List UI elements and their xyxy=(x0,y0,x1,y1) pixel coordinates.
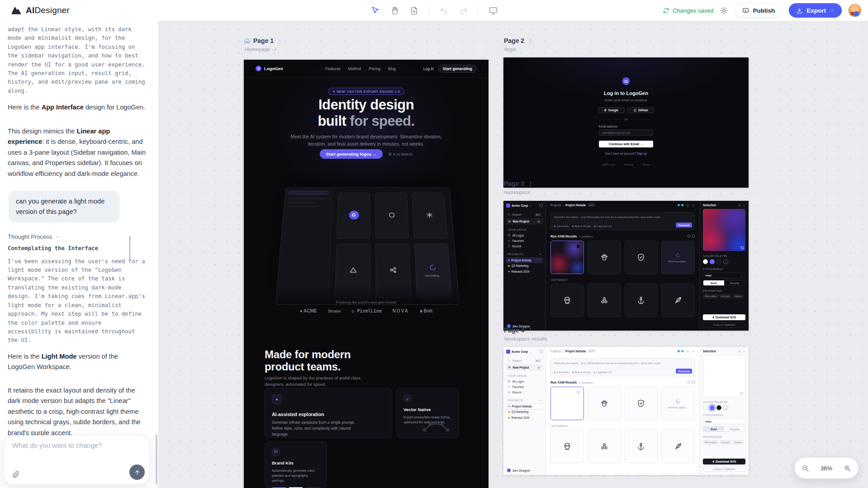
tag-geometric[interactable]: Geometric xyxy=(554,225,569,227)
collapse-sidebar-icon[interactable] xyxy=(540,350,543,353)
thought-process-toggle[interactable]: Thought Process xyxy=(8,233,147,240)
google-login-button[interactable]: GGoogle xyxy=(598,107,625,113)
select-tool[interactable] xyxy=(370,6,380,15)
page4-menu-icon[interactable]: ⋮ xyxy=(527,327,533,334)
more-icon[interactable] xyxy=(692,204,695,207)
weight-bold-button[interactable]: Bold xyxy=(703,426,724,431)
tag-vector[interactable]: Vector xyxy=(733,294,744,298)
user-profile-row[interactable]: Alex Designer xyxy=(507,469,530,472)
export-button[interactable]: Export xyxy=(789,3,842,18)
black-swatch[interactable] xyxy=(716,259,721,264)
add-color-button[interactable]: + xyxy=(723,405,728,410)
generate-button[interactable]: Generate xyxy=(676,369,692,374)
page4-label[interactable]: Page 4 ⋮ xyxy=(504,327,533,334)
refining-tile[interactable]: Refining edges... xyxy=(661,387,695,420)
weight-bold-button[interactable]: Bold xyxy=(703,280,724,285)
page1-label[interactable]: Page 1 ⋮ xyxy=(244,37,283,44)
undo-button[interactable] xyxy=(439,6,449,15)
hero-cta-button[interactable]: Start generating logos → xyxy=(320,149,383,159)
bell-icon[interactable] xyxy=(686,350,689,353)
project-rebrand-item[interactable]: Rebrand 2024 xyxy=(506,415,543,421)
prompt-box[interactable]: Describe the brand... (e.g. Minimalist f… xyxy=(550,358,695,376)
purple-swatch[interactable] xyxy=(710,259,715,264)
purple-swatch[interactable] xyxy=(710,405,715,410)
sidebar-item-recent[interactable]: Recent xyxy=(506,243,543,249)
add-project-icon[interactable]: + xyxy=(539,399,541,402)
hand-tool[interactable] xyxy=(390,6,399,15)
history-tile[interactable] xyxy=(625,430,658,463)
copy-clipboard-button[interactable]: Copy to Clipboard xyxy=(703,466,745,472)
font-select[interactable]: Inter ⌄ xyxy=(703,272,745,278)
add-page-tool[interactable] xyxy=(409,6,419,15)
page2-frame[interactable]: G Log in to LogoGen Enter your email to … xyxy=(503,57,749,188)
chat-input[interactable] xyxy=(12,441,142,463)
sidebar-item-favorites[interactable]: Favorites xyxy=(506,384,543,389)
weight-regular-button[interactable]: Regular xyxy=(724,426,745,431)
sidebar-item-recent[interactable]: Recent xyxy=(506,389,543,395)
org-switcher[interactable]: Acme Corp ⌄ xyxy=(506,350,543,354)
terms-link[interactable]: Terms xyxy=(642,163,650,166)
copy-clipboard-button[interactable]: Copy to Clipboard xyxy=(703,322,745,327)
weight-regular-button[interactable]: Regular xyxy=(724,280,745,285)
breadcrumb[interactable]: Projects xyxy=(550,204,561,207)
tag-logogen-v2[interactable]: LogoGen V2 xyxy=(594,371,612,374)
zoom-out-button[interactable] xyxy=(802,464,809,472)
result-tile-selected[interactable] xyxy=(550,387,584,420)
tag-animal[interactable]: Animal xyxy=(720,440,731,445)
view-toggle-icons[interactable] xyxy=(688,381,695,384)
tag-minimalist[interactable]: Minimalist xyxy=(703,440,718,445)
settings-gear-icon[interactable] xyxy=(720,6,728,15)
lock-icon[interactable] xyxy=(738,350,741,353)
sso-link[interactable]: SSO Login xyxy=(602,163,615,166)
sidebar-item-all-logos[interactable]: All Logos xyxy=(506,232,543,238)
send-button[interactable] xyxy=(129,464,145,480)
result-tile[interactable] xyxy=(588,241,621,274)
selection-preview[interactable] xyxy=(703,209,745,251)
project-nebula-item[interactable]: Project Nebula xyxy=(506,257,543,263)
nav-link[interactable]: Pricing xyxy=(369,66,380,71)
redo-button[interactable] xyxy=(459,6,468,15)
sidebar-item-all-logos[interactable]: All Logos xyxy=(506,379,543,384)
bell-icon[interactable] xyxy=(686,204,689,207)
add-project-icon[interactable]: + xyxy=(539,253,541,256)
project-nebula-item[interactable]: Project Nebula xyxy=(506,403,543,409)
project-q3-item[interactable]: Q3 Marketing xyxy=(506,409,543,415)
page4-frame[interactable]: Acme Corp ⌄ Search ⌘K New Project N YOUR… xyxy=(503,347,749,475)
login-link[interactable]: Log in xyxy=(423,66,434,71)
history-tile[interactable] xyxy=(588,430,621,463)
preview-desktop-tool[interactable] xyxy=(489,6,498,15)
download-svg-button[interactable]: ⬇ Download SVG xyxy=(703,459,745,464)
zoom-level[interactable]: 36% xyxy=(821,465,832,472)
page3-menu-icon[interactable]: ⋮ xyxy=(527,180,533,187)
history-tile[interactable] xyxy=(550,284,584,317)
panel-scrollbar-thumb[interactable] xyxy=(156,434,157,485)
workspace-search[interactable]: Search ⌘K xyxy=(506,358,543,364)
new-project-button[interactable]: New Project N xyxy=(506,365,543,370)
page3-label[interactable]: Page 3 ⋮ xyxy=(504,180,533,187)
zoom-in-button[interactable] xyxy=(844,464,851,472)
selection-preview[interactable] xyxy=(703,355,745,397)
page1-menu-icon[interactable]: ⋮ xyxy=(277,38,283,44)
tag-blue-purple[interactable]: Blue & Purple xyxy=(572,371,591,374)
refining-tile[interactable]: Refining edges... xyxy=(661,241,695,274)
project-rebrand-item[interactable]: Rebrand 2024 xyxy=(506,269,543,275)
result-tile[interactable] xyxy=(625,241,658,274)
page3-frame[interactable]: Acme Corp ⌄ Search ⌘K New Project N YOUR… xyxy=(503,201,749,331)
lock-icon[interactable] xyxy=(738,204,741,207)
privacy-link[interactable]: Privacy xyxy=(625,163,634,166)
nav-link[interactable]: Features xyxy=(325,66,341,71)
add-color-button[interactable]: + xyxy=(723,259,728,264)
close-icon[interactable] xyxy=(743,350,745,353)
prompt-box[interactable]: Describe the brand... (e.g. Minimalist f… xyxy=(550,212,695,230)
tag-minimalist[interactable]: Minimalist xyxy=(703,294,718,298)
project-q3-item[interactable]: Q3 Marketing xyxy=(506,263,543,269)
tag-blue-purple[interactable]: Blue & Purple xyxy=(572,225,591,227)
result-tile-selected[interactable] xyxy=(550,241,584,274)
result-tile[interactable] xyxy=(625,387,658,420)
history-tile[interactable] xyxy=(661,430,695,463)
white-swatch[interactable] xyxy=(703,405,708,410)
close-icon[interactable] xyxy=(743,204,745,207)
thought-scrollbar-thumb[interactable] xyxy=(129,236,131,260)
publish-button[interactable]: Publish xyxy=(735,3,783,18)
more-icon[interactable] xyxy=(692,350,695,353)
